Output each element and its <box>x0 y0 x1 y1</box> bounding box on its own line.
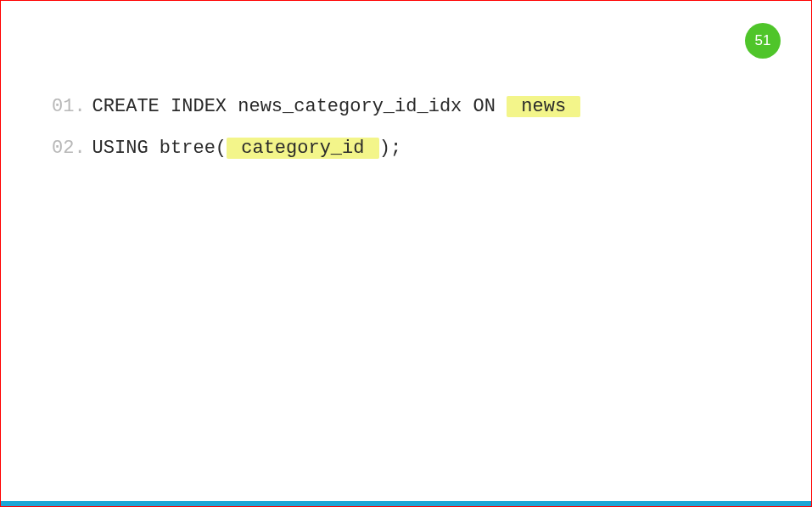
code-segment-highlighted: news <box>507 96 580 117</box>
page-number-text: 51 <box>755 32 771 49</box>
page-number-badge: 51 <box>745 23 781 59</box>
code-segment-highlighted: category_id <box>227 138 379 159</box>
code-line: 01. CREATE INDEX news_category_id_idx ON… <box>52 94 760 121</box>
code-line: 02. USING btree( category_id ); <box>52 136 760 162</box>
line-number: 02. <box>52 136 86 162</box>
line-number: 01. <box>52 94 86 121</box>
code-segment: ); <box>379 138 401 159</box>
code-content: USING btree( category_id ); <box>92 136 401 162</box>
code-segment: CREATE INDEX news_category_id_idx ON <box>92 96 507 117</box>
bottom-accent-bar <box>1 501 811 506</box>
code-content: CREATE INDEX news_category_id_idx ON new… <box>92 94 581 121</box>
code-block: 01. CREATE INDEX news_category_id_idx ON… <box>52 94 760 177</box>
slide-container: 51 01. CREATE INDEX news_category_id_idx… <box>0 0 812 507</box>
code-segment: USING btree( <box>92 138 227 159</box>
